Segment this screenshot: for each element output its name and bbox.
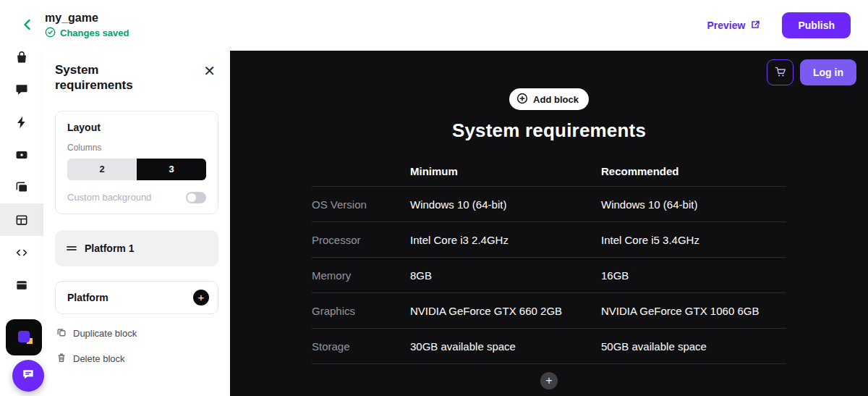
table-row: GraphicsNVIDIA GeForce GTX 660 2GBNVIDIA…: [312, 293, 786, 329]
external-link-icon: [750, 20, 760, 32]
row-label: Processor: [312, 234, 410, 246]
add-row-button[interactable]: +: [540, 372, 558, 389]
custom-background-row: Custom background: [67, 192, 206, 203]
columns-segmented-control: 2 3: [67, 159, 206, 180]
row-value: Intel Core i3 2.4GHz: [410, 234, 601, 246]
spec-table-body: OS VersionWindows 10 (64-bit)Windows 10 …: [312, 187, 786, 364]
block-heading: System requirements: [230, 119, 868, 142]
row-value: 50GB available space: [601, 340, 786, 353]
row-label: OS Version: [312, 198, 410, 211]
row-label: Memory: [312, 269, 410, 282]
topbar-actions: Preview Publish: [707, 12, 851, 38]
duplicate-label: Duplicate block: [73, 328, 137, 339]
requirements-table: Minimum Recommended OS VersionWindows 10…: [312, 156, 786, 364]
header-recommended: Recommended: [601, 165, 786, 177]
window-icon[interactable]: [0, 269, 43, 301]
add-block-button[interactable]: Add block: [509, 88, 589, 110]
chat-bubble-icon: [21, 367, 35, 384]
row-value: 8GB: [410, 269, 601, 282]
block-settings-panel: System requirements ✕ Layout Columns 2 3…: [43, 51, 230, 396]
page-title: my_game: [45, 12, 129, 25]
images-icon[interactable]: [0, 171, 43, 203]
panel-header: System requirements ✕: [55, 62, 218, 93]
comments-icon[interactable]: [0, 73, 43, 106]
row-value: Windows 10 (64-bit): [410, 198, 601, 211]
table-icon[interactable]: [0, 203, 43, 236]
layout-card: Layout Columns 2 3 Custom background: [55, 111, 218, 214]
code-icon[interactable]: [0, 236, 43, 269]
plus-icon: +: [545, 375, 552, 387]
duplicate-block-button[interactable]: Duplicate block: [55, 327, 218, 340]
canvas-header-actions: Log in: [767, 59, 856, 85]
publish-button[interactable]: Publish: [782, 12, 851, 38]
platform-add-label: Platform: [67, 292, 109, 303]
cart-button[interactable]: [767, 59, 793, 85]
duplicate-icon: [56, 327, 67, 340]
columns-label: Columns: [67, 143, 206, 153]
preview-label: Preview: [707, 20, 746, 31]
platform-item-label: Platform 1: [85, 243, 134, 254]
delete-block-button[interactable]: Delete block: [55, 353, 218, 365]
status-text: Changes saved: [60, 28, 129, 38]
preview-link[interactable]: Preview: [707, 20, 761, 32]
row-label: Storage: [312, 340, 410, 353]
platform-add-row: Platform +: [55, 281, 218, 314]
ticket-icon[interactable]: [0, 138, 43, 171]
plus-icon: +: [198, 292, 205, 303]
page-canvas: Log in Add block System requirements Min…: [230, 51, 868, 396]
add-block-label: Add block: [533, 94, 579, 105]
game-avatar[interactable]: [6, 319, 42, 355]
columns-option-2[interactable]: 2: [67, 159, 137, 180]
back-button[interactable]: [17, 15, 38, 35]
toggle-knob: [187, 193, 196, 202]
check-circle-icon: [45, 27, 56, 40]
table-row: Storage30GB available space50GB availabl…: [312, 329, 786, 364]
add-platform-button[interactable]: +: [193, 290, 209, 306]
platform-item[interactable]: Platform 1: [55, 230, 218, 266]
cart-icon: [774, 65, 787, 80]
save-status: Changes saved: [45, 27, 129, 40]
login-button[interactable]: Log in: [800, 59, 856, 85]
custom-background-label: Custom background: [67, 192, 151, 203]
store-icon[interactable]: [0, 51, 43, 73]
panel-title: System requirements: [55, 62, 149, 93]
row-value: Intel Core i5 3.4GHz: [601, 234, 786, 246]
table-row: Memory8GB16GB: [312, 258, 786, 293]
trash-icon: [56, 353, 67, 365]
table-header-row: Minimum Recommended: [312, 156, 786, 187]
row-value: 30GB available space: [410, 340, 601, 353]
table-row: ProcessorIntel Core i3 2.4GHzIntel Core …: [312, 222, 786, 258]
drag-handle-icon: [67, 242, 77, 255]
close-panel-button[interactable]: ✕: [200, 62, 218, 80]
chevron-left-icon: [20, 17, 35, 34]
close-icon: ✕: [203, 63, 216, 79]
circle-plus-icon: [516, 93, 528, 106]
row-label: Graphics: [312, 305, 410, 317]
workspace: System requirements ✕ Layout Columns 2 3…: [0, 51, 868, 396]
row-value: NVIDIA GeForce GTX 1060 6GB: [601, 305, 786, 317]
topbar: my_game Changes saved Preview Publish: [0, 0, 868, 51]
add-row-wrap: +: [230, 372, 868, 389]
header-minimum: Minimum: [410, 165, 601, 177]
lightning-icon[interactable]: [0, 106, 43, 138]
row-value: NVIDIA GeForce GTX 660 2GB: [410, 305, 601, 317]
avatar-art: [18, 331, 30, 342]
table-row: OS VersionWindows 10 (64-bit)Windows 10 …: [312, 187, 786, 222]
block-toolbar: [0, 51, 43, 396]
custom-background-toggle[interactable]: [186, 192, 206, 203]
row-value: Windows 10 (64-bit): [601, 198, 786, 211]
row-value: 16GB: [601, 269, 786, 282]
layout-title: Layout: [67, 122, 206, 133]
columns-option-3[interactable]: 3: [137, 159, 206, 180]
support-chat-button[interactable]: [12, 360, 44, 392]
title-block: my_game Changes saved: [45, 12, 129, 40]
delete-label: Delete block: [73, 353, 125, 364]
